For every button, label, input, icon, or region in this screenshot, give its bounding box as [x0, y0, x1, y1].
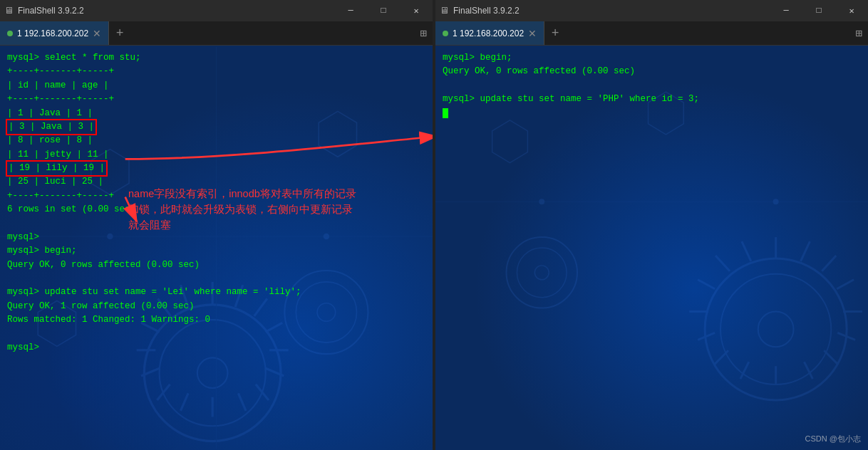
terminal-line: | 11 | jetty | 11 |	[7, 148, 425, 162]
right-minimize-button[interactable]: —	[770, 0, 802, 21]
left-terminal-content[interactable]: mysql> select * from stu; +----+-------+…	[0, 46, 433, 450]
windows-row: 🖥 FinalShell 3.9.2.2 — □ ✕ 1 192.168.200…	[0, 0, 868, 450]
right-tab-close[interactable]: ✕	[528, 28, 537, 39]
right-close-button[interactable]: ✕	[835, 0, 868, 21]
terminal-line: Query OK, 0 rows affected (0.00 sec)	[7, 258, 425, 272]
right-terminal-line	[443, 79, 861, 93]
right-terminal-content[interactable]: mysql> begin; Query OK, 0 rows affected …	[435, 46, 868, 450]
left-app-icon: 🖥	[4, 6, 14, 16]
right-tab-add[interactable]: +	[544, 21, 566, 45]
right-title-bar: 🖥 FinalShell 3.9.2.2 — □ ✕	[435, 0, 868, 21]
terminal-line-highlighted-19: | 19 | lily | 19 |	[7, 162, 425, 175]
right-terminal: mysql> begin; Query OK, 0 rows affected …	[435, 46, 868, 450]
left-tab-close[interactable]: ✕	[93, 28, 101, 39]
right-app-title: FinalShell 3.9.2.2	[453, 6, 770, 16]
right-tab-label: 1 192.168.200.202	[453, 28, 524, 38]
terminal-line: | 1 | Java | 1 |	[7, 107, 425, 120]
terminal-line: | id | name | age |	[7, 79, 425, 93]
right-window: 🖥 FinalShell 3.9.2.2 — □ ✕ 1 192.168.200…	[435, 0, 868, 450]
right-app-icon: 🖥	[440, 6, 449, 16]
terminal-line: Rows matched: 1 Changed: 1 Warnings: 0	[7, 313, 425, 327]
csdn-watermark: CSDN @包小志	[805, 434, 861, 444]
terminal-line: mysql>	[7, 341, 425, 355]
right-tab-dot	[443, 31, 448, 36]
terminal-line-highlighted-3: | 3 | Java | 3 |	[7, 120, 425, 134]
left-title-bar: 🖥 FinalShell 3.9.2.2 — □ ✕	[0, 0, 433, 21]
right-terminal-line: mysql> begin;	[443, 51, 861, 65]
terminal-line: mysql> update stu set name = 'Lei' where…	[7, 286, 425, 299]
left-tab-grid[interactable]: ⊞	[414, 21, 433, 45]
left-tab-label: 1 192.168.200.202	[17, 28, 88, 38]
terminal-line: mysql> select * from stu;	[7, 51, 425, 65]
right-tab-bar: 1 192.168.200.202 ✕ + ⊞	[435, 21, 868, 46]
right-tab-item[interactable]: 1 192.168.200.202 ✕	[435, 21, 544, 45]
terminal-line	[7, 328, 425, 341]
left-close-button[interactable]: ✕	[400, 0, 433, 21]
left-app-title: FinalShell 3.9.2.2	[18, 6, 334, 16]
right-terminal-cursor-line	[443, 107, 861, 120]
left-tab-bar: 1 192.168.200.202 ✕ + ⊞	[0, 21, 433, 46]
annotation-text: name字段没有索引，innodb将对表中所有的记录加锁，此时就会升级为表锁，右…	[128, 188, 356, 231]
terminal-line	[7, 272, 425, 286]
left-tab-dot	[7, 31, 13, 36]
app-container: 🖥 FinalShell 3.9.2.2 — □ ✕ 1 192.168.200…	[0, 0, 868, 450]
left-win-controls[interactable]: — □ ✕	[334, 0, 433, 21]
terminal-line: Query OK, 1 row affected (0.00 sec)	[7, 300, 425, 313]
right-terminal-line: Query OK, 0 rows affected (0.00 sec)	[443, 65, 861, 78]
right-win-controls[interactable]: — □ ✕	[770, 0, 868, 21]
row-3-highlight: | 3 | Java | 3 |	[7, 120, 95, 134]
terminal-line: | 8 | rose | 8 |	[7, 134, 425, 147]
left-maximize-button[interactable]: □	[367, 0, 400, 21]
left-minimize-button[interactable]: —	[334, 0, 367, 21]
left-tab-add[interactable]: +	[109, 21, 130, 45]
left-window: 🖥 FinalShell 3.9.2.2 — □ ✕ 1 192.168.200…	[0, 0, 433, 450]
row-19-highlight: | 19 | lily | 19 |	[7, 162, 106, 175]
annotation-left: name字段没有索引，innodb将对表中所有的记录加锁，此时就会升级为表锁，右…	[128, 187, 356, 233]
right-terminal-line: mysql> update stu set name = 'PHP' where…	[443, 93, 861, 106]
terminal-line: +----+-------+-----+	[7, 65, 425, 78]
cursor	[443, 108, 448, 118]
left-tab-item[interactable]: 1 192.168.200.202 ✕	[0, 21, 109, 45]
left-terminal: mysql> select * from stu; +----+-------+…	[0, 46, 433, 450]
right-maximize-button[interactable]: □	[802, 0, 835, 21]
terminal-line: mysql> begin;	[7, 244, 425, 258]
terminal-line: +----+-------+-----+	[7, 93, 425, 106]
right-tab-grid[interactable]: ⊞	[849, 21, 868, 45]
